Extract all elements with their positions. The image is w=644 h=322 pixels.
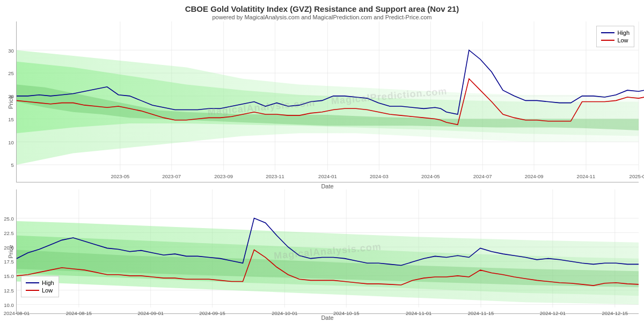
low2-legend-label: Low	[42, 287, 53, 294]
svg-text:2024-09-01: 2024-09-01	[138, 310, 164, 316]
chart1-container: Price	[5, 21, 639, 189]
chart2-svg: 25.0 22.5 20.0 17.5 15.0 12.5 10.0	[17, 189, 639, 313]
chart1-y-label: Price	[5, 21, 16, 182]
svg-text:5: 5	[11, 162, 13, 168]
legend2-high-item: High	[26, 280, 54, 286]
svg-text:2024-11: 2024-11	[577, 173, 596, 179]
svg-text:2023-07: 2023-07	[162, 173, 181, 179]
svg-text:12.5: 12.5	[4, 288, 13, 294]
svg-text:15: 15	[8, 116, 14, 122]
svg-text:2024-11-15: 2024-11-15	[468, 310, 494, 316]
legend-high-item: High	[601, 30, 630, 36]
svg-text:2024-10-15: 2024-10-15	[333, 310, 359, 316]
svg-text:2024-10-01: 2024-10-01	[272, 310, 297, 316]
svg-text:10: 10	[8, 139, 14, 145]
svg-text:2024-03: 2024-03	[370, 173, 389, 179]
high-legend-label: High	[617, 30, 630, 36]
low-legend-line	[601, 40, 614, 41]
svg-text:2024-08-01: 2024-08-01	[4, 310, 30, 316]
svg-text:30: 30	[8, 48, 14, 54]
svg-text:2023-05: 2023-05	[111, 173, 129, 179]
svg-text:2025-01: 2025-01	[630, 173, 644, 179]
chart2-container: Price	[5, 189, 639, 321]
svg-text:2024-01: 2024-01	[318, 173, 337, 179]
chart2-area: Price	[5, 189, 639, 314]
title-area: CBOE Gold Volatitity Index (GVZ) Resista…	[5, 4, 639, 20]
svg-text:2023-11: 2023-11	[266, 173, 284, 179]
svg-text:20.0: 20.0	[4, 244, 13, 250]
svg-text:20: 20	[8, 93, 14, 99]
svg-text:25: 25	[8, 70, 14, 76]
chart1-legend: High Low	[596, 26, 634, 47]
main-container: CBOE Gold Volatitity Index (GVZ) Resista…	[0, 0, 644, 322]
high2-legend-line	[26, 282, 39, 283]
chart2-legend: High Low	[21, 276, 59, 297]
svg-text:2023-09: 2023-09	[214, 173, 233, 179]
svg-text:2024-11-01: 2024-11-01	[406, 310, 431, 316]
chart1-svg: 30 25 20 15 10 5	[17, 21, 639, 182]
svg-text:22.5: 22.5	[4, 230, 13, 236]
legend2-low-item: Low	[26, 287, 54, 294]
high2-legend-label: High	[42, 280, 54, 286]
svg-text:2024-09-15: 2024-09-15	[199, 310, 225, 316]
chart2-inner: 25.0 22.5 20.0 17.5 15.0 12.5 10.0	[16, 189, 639, 314]
svg-text:2024-09: 2024-09	[525, 173, 544, 179]
svg-text:2024-07: 2024-07	[473, 173, 492, 179]
svg-text:10.0: 10.0	[4, 302, 13, 308]
svg-text:25.0: 25.0	[4, 216, 13, 222]
svg-text:17.5: 17.5	[4, 259, 13, 265]
high-legend-line	[601, 32, 614, 33]
svg-text:15.0: 15.0	[4, 273, 13, 279]
chart1-inner: 30 25 20 15 10 5	[16, 21, 639, 182]
svg-text:2024-05: 2024-05	[421, 173, 440, 179]
low2-legend-line	[26, 290, 39, 291]
main-title: CBOE Gold Volatitity Index (GVZ) Resista…	[5, 4, 639, 13]
subtitle: powered by MagicalAnalysis.com and Magic…	[5, 14, 639, 20]
charts-wrapper: Price	[5, 21, 639, 321]
chart1-area: Price	[5, 21, 639, 182]
svg-text:2024-08-15: 2024-08-15	[66, 310, 92, 316]
chart1-x-label: Date	[5, 182, 639, 189]
svg-text:2024-12-15: 2024-12-15	[602, 310, 628, 316]
svg-text:2024-12-01: 2024-12-01	[540, 310, 566, 316]
legend-low-item: Low	[601, 37, 630, 43]
chart2-y-label: Price	[5, 189, 16, 314]
low-legend-label: Low	[617, 37, 628, 43]
